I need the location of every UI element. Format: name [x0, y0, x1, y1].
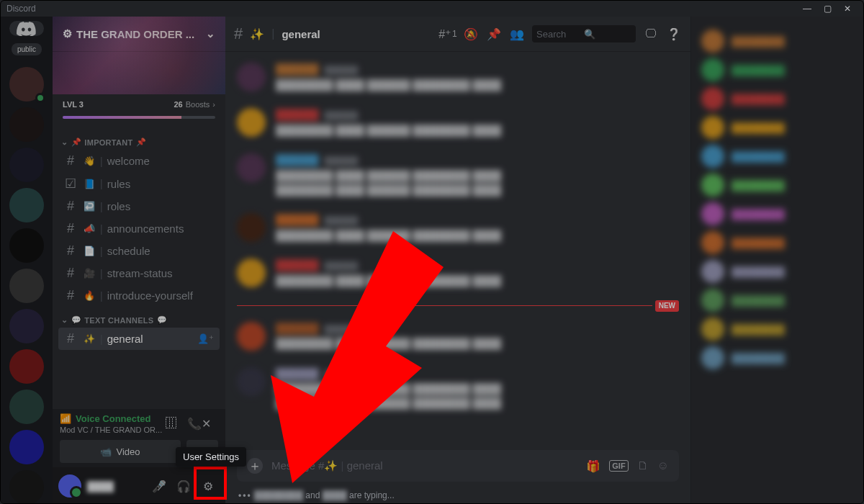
window-close[interactable]: ✕ — [837, 4, 858, 14]
home-button[interactable] — [9, 21, 44, 36]
member-item[interactable]: ████████ — [697, 228, 858, 257]
inbox-button[interactable]: 🖵 — [643, 26, 659, 42]
avatar[interactable] — [237, 63, 266, 91]
mute-button[interactable]: 🎤̸ — [148, 474, 171, 498]
guild-item[interactable] — [9, 309, 44, 343]
channel-roles[interactable]: #↩️|roles — [58, 195, 220, 217]
guild-item[interactable] — [9, 228, 44, 263]
avatar — [701, 346, 724, 369]
channel-stream-status[interactable]: #🎥|stream-status — [58, 262, 220, 284]
avatar[interactable] — [237, 153, 266, 182]
channel-schedule[interactable]: #📄|schedule — [58, 240, 220, 262]
message-author[interactable]: ██████ — [276, 258, 319, 273]
message-author[interactable]: ██████ — [276, 153, 319, 168]
member-item[interactable]: ████████ — [697, 55, 858, 84]
gif-icon[interactable]: GIF — [609, 460, 628, 472]
guild-item[interactable] — [9, 188, 44, 222]
message-timestamp: ██████ — [325, 324, 359, 335]
window-minimize[interactable]: — — [797, 4, 817, 14]
avatar[interactable] — [237, 322, 266, 351]
channel-name: general — [107, 333, 192, 345]
video-button[interactable]: 📹 Video — [60, 440, 181, 463]
self-username: ████ — [87, 481, 142, 492]
guild-item[interactable] — [9, 390, 44, 424]
emoji-picker-icon[interactable]: ☺ — [657, 459, 669, 472]
channel-general[interactable]: # ✨ | general 👤⁺ — [58, 328, 220, 350]
member-item[interactable]: ████████ — [697, 257, 858, 286]
disconnect-icon[interactable]: 📞✕ — [187, 417, 211, 431]
member-item[interactable]: ████████ — [697, 343, 858, 372]
sticker-icon[interactable]: 🗋 — [637, 459, 649, 472]
channel-rules[interactable]: ☑📘|rules — [58, 172, 220, 195]
add-member-icon[interactable]: 👤⁺ — [197, 333, 214, 344]
avatar[interactable] — [237, 213, 266, 242]
notifications-button[interactable]: 🔕 — [463, 26, 479, 42]
channel-announcements[interactable]: #📣|announcements — [58, 217, 220, 240]
boost-info[interactable]: LVL 3 26 Boosts › — [53, 94, 225, 116]
message[interactable]: ████████████████████ ████ ██████ ███████… — [237, 253, 679, 298]
message-author[interactable]: ██████ — [276, 367, 319, 382]
search-icon: 🔍 — [584, 29, 631, 40]
attach-button[interactable]: ＋ — [247, 458, 263, 474]
channel-name: welcome — [107, 155, 214, 167]
guild-item[interactable] — [9, 107, 44, 142]
deafen-button[interactable]: 🎧 — [172, 474, 195, 498]
avatar — [701, 87, 724, 110]
member-name: ████████ — [732, 151, 785, 162]
channel-introduce-yourself[interactable]: #🔥|introduce-yourself — [58, 284, 220, 307]
message[interactable]: ████████████████████ ████ ██████ ███████… — [237, 316, 679, 361]
guild-item[interactable] — [9, 269, 44, 303]
message-list[interactable]: ████████████████████ ████ ██████ ███████… — [225, 51, 690, 450]
member-item[interactable]: ████████ — [697, 27, 858, 55]
self-avatar[interactable] — [58, 474, 81, 498]
message-author[interactable]: ██████ — [276, 63, 319, 77]
guild-item[interactable] — [9, 148, 44, 182]
member-item[interactable]: ████████ — [697, 315, 858, 343]
avatar[interactable] — [237, 258, 266, 287]
guild-item[interactable] — [9, 430, 44, 464]
channel-welcome[interactable]: #👋|welcome — [58, 150, 220, 172]
member-item[interactable]: ████████ — [697, 84, 858, 113]
guild-folder-label[interactable]: public — [12, 43, 42, 55]
help-button[interactable]: ❔ — [666, 26, 682, 42]
category-text[interactable]: ⌄ 💬 TEXT CHANNELS 💬 — [58, 307, 220, 328]
channel-emoji: 📣 — [83, 223, 96, 234]
composer-placeholder[interactable]: Message #✨ | general — [271, 459, 577, 472]
message[interactable]: ████████████████████ ████ ██████ ███████… — [237, 57, 679, 102]
category-important[interactable]: ⌄ 📌 IMPORTANT 📌 — [58, 129, 220, 150]
message-author[interactable]: ██████ — [276, 213, 319, 228]
message[interactable]: ████████████████████ ████ ██████ ███████… — [237, 207, 679, 253]
avatar — [701, 30, 724, 53]
gift-icon[interactable]: 🎁 — [586, 459, 600, 473]
member-item[interactable]: ████████ — [697, 199, 858, 228]
member-name: ████████ — [732, 94, 785, 104]
member-name: ████████ — [732, 180, 785, 191]
message-author[interactable]: ██████ — [276, 322, 319, 336]
avatar[interactable] — [237, 367, 266, 396]
guild-item[interactable] — [9, 470, 44, 504]
message-author[interactable]: ██████ — [276, 108, 319, 122]
channel-emoji: ✨ — [83, 333, 96, 344]
hash-icon: # — [64, 199, 77, 214]
members-toggle[interactable]: 👥 — [509, 26, 525, 42]
pinned-button[interactable]: 📌 — [486, 26, 502, 42]
window-maximize[interactable]: ▢ — [817, 4, 837, 14]
threads-icon: #⁺ — [438, 27, 451, 41]
member-item[interactable]: ████████ — [697, 286, 858, 315]
avatar[interactable] — [237, 108, 266, 137]
server-header[interactable]: ⚙ THE GRAND ORDER ... ⌄ — [53, 17, 225, 51]
noise-suppression-icon[interactable]: ⿲ — [166, 417, 177, 431]
member-item[interactable]: ████████ — [697, 113, 858, 142]
search-input[interactable]: Search 🔍 — [532, 25, 636, 42]
message[interactable]: ████████████████████ ████ ██████ ███████… — [237, 148, 679, 207]
guild-item[interactable] — [9, 349, 44, 384]
guild-item[interactable] — [9, 67, 44, 102]
message[interactable]: ████████████████████ ████ ██████ ███████… — [237, 102, 679, 148]
member-item[interactable]: ████████ — [697, 142, 858, 171]
member-item[interactable]: ████████ — [697, 171, 858, 199]
avatar — [701, 174, 724, 197]
chevron-right-icon: › — [212, 100, 215, 109]
threads-button[interactable]: #⁺1 — [440, 26, 456, 42]
message[interactable]: ████████████████████ ████ ██████ ███████… — [237, 361, 679, 421]
mic-muted-icon: 🎤̸ — [152, 480, 166, 493]
